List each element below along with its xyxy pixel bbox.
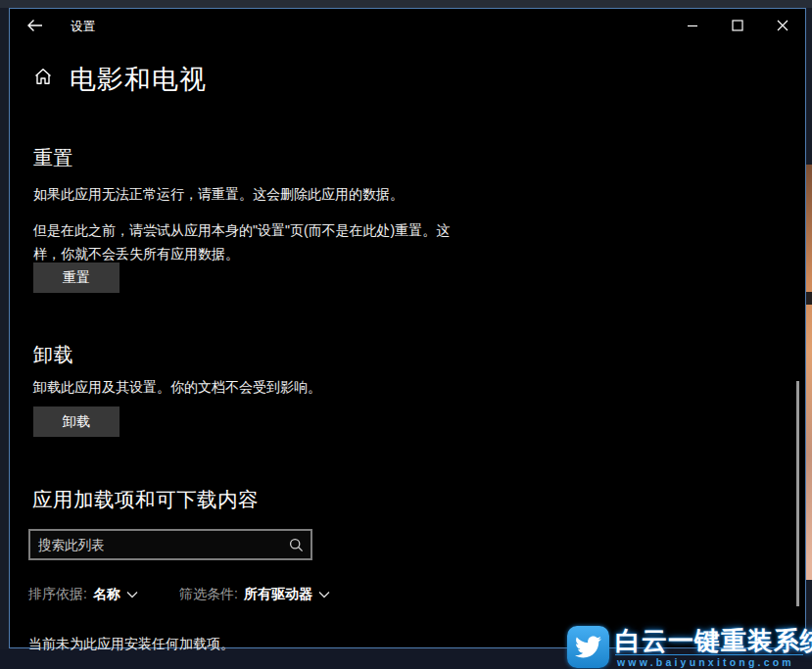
addons-search-box xyxy=(28,529,312,560)
sort-by-value: 名称 xyxy=(93,586,120,603)
sort-by-dropdown[interactable]: 排序依据: 名称 xyxy=(28,586,138,603)
filter-by-label: 筛选条件: xyxy=(179,586,238,603)
uninstall-button[interactable]: 卸载 xyxy=(33,406,119,437)
no-addons-message: 当前未为此应用安装任何加载项。 xyxy=(28,632,234,655)
filters-row: 排序依据: 名称 筛选条件: 所有驱动器 xyxy=(10,586,805,605)
twitter-bird-icon xyxy=(575,634,601,660)
minimize-icon xyxy=(687,20,698,31)
reset-description-1: 如果此应用无法正常运行，请重置。这会删除此应用的数据。 xyxy=(33,182,404,206)
back-arrow-icon xyxy=(26,19,43,32)
desktop-wallpaper-edge xyxy=(806,165,812,580)
uninstall-description: 卸载此应用及其设置。你的文档不会受到影响。 xyxy=(33,375,321,399)
watermark-divider xyxy=(615,654,803,655)
filter-by-dropdown[interactable]: 筛选条件: 所有驱动器 xyxy=(179,586,330,603)
search-icon xyxy=(289,538,304,552)
back-button[interactable] xyxy=(18,13,51,38)
reset-button[interactable]: 重置 xyxy=(33,263,119,293)
sort-by-label: 排序依据: xyxy=(28,586,87,603)
filter-by-value: 所有驱动器 xyxy=(244,586,312,603)
page-title: 电影和电视 xyxy=(70,62,207,97)
watermark-url: www.baiyunxitong.com xyxy=(617,656,794,668)
watermark: 白云一键重装系统 www.baiyunxitong.com xyxy=(565,623,806,669)
window-controls xyxy=(670,9,805,42)
addons-search-input[interactable] xyxy=(30,531,281,558)
maximize-button[interactable] xyxy=(715,9,760,42)
desktop-wallpaper-band xyxy=(806,292,812,305)
desktop-top-strip xyxy=(0,0,812,8)
watermark-brand-text: 白云一键重装系统 xyxy=(615,624,812,658)
chevron-down-icon xyxy=(318,591,330,598)
close-icon xyxy=(777,20,788,31)
addons-section-heading: 应用加载项和可下载内容 xyxy=(32,486,259,513)
window-title: 设置 xyxy=(71,19,95,35)
minimize-button[interactable] xyxy=(670,9,715,42)
titlebar: 设置 xyxy=(10,9,805,48)
reset-description-2: 但是在此之前，请尝试从应用本身的"设置"页(而不是在此处)重置。这样，你就不会丢… xyxy=(33,218,468,265)
settings-window: 设置 xyxy=(9,8,806,648)
watermark-logo-box xyxy=(567,626,609,668)
uninstall-section-heading: 卸载 xyxy=(33,342,73,368)
home-icon xyxy=(33,67,53,86)
chevron-down-icon xyxy=(126,591,138,598)
reset-section-heading: 重置 xyxy=(33,145,73,171)
search-button[interactable] xyxy=(281,531,310,558)
maximize-icon xyxy=(732,20,743,31)
close-button[interactable] xyxy=(760,9,805,42)
scrollbar-thumb[interactable] xyxy=(796,381,799,606)
